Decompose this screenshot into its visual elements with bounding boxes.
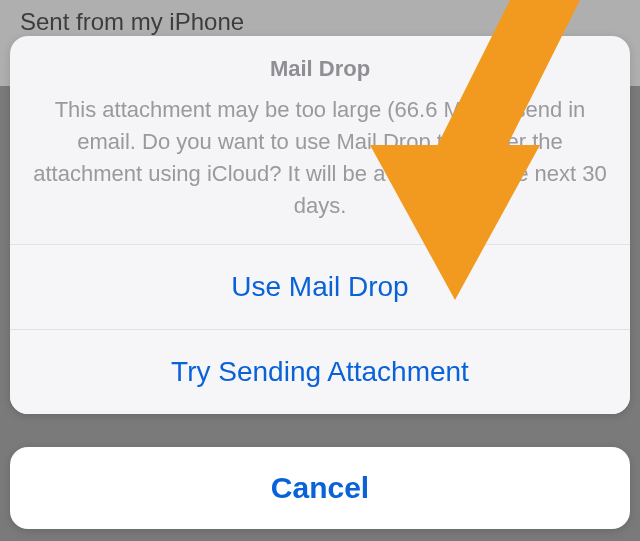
- action-sheet-header: Mail Drop This attachment may be too lar…: [10, 36, 630, 244]
- cancel-button[interactable]: Cancel: [10, 447, 630, 529]
- try-sending-button[interactable]: Try Sending Attachment: [10, 329, 630, 414]
- use-mail-drop-button[interactable]: Use Mail Drop: [10, 244, 630, 329]
- dialog-title: Mail Drop: [28, 56, 612, 82]
- dialog-message: This attachment may be too large (66.6 M…: [28, 94, 612, 222]
- action-sheet: Mail Drop This attachment may be too lar…: [10, 36, 630, 414]
